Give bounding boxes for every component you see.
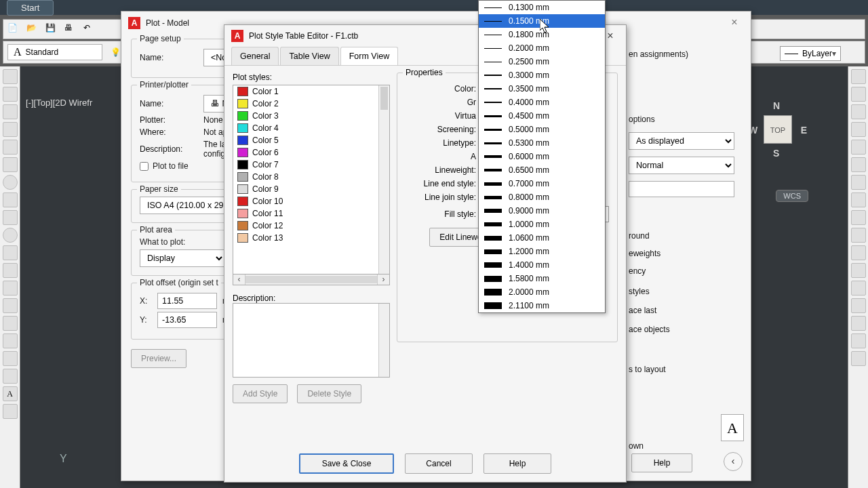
explode-tool-icon[interactable] — [851, 351, 866, 366]
fillet-tool-icon[interactable] — [851, 316, 866, 331]
region-tool-icon[interactable] — [3, 351, 18, 366]
new-icon[interactable]: 📄 — [7, 23, 20, 35]
list-scrollbar[interactable] — [378, 85, 389, 274]
start-button[interactable]: Start — [7, 0, 54, 16]
list-item[interactable]: Color 7 — [233, 159, 389, 171]
shade-plot-combo[interactable]: As displayed — [629, 132, 734, 150]
list-item[interactable]: Color 9 — [233, 183, 389, 195]
lineweight-option[interactable]: 0.4000 mm — [479, 96, 605, 109]
table-tool-icon[interactable] — [3, 369, 18, 384]
lineweight-option[interactable]: 0.1300 mm — [479, 1, 605, 14]
wcs-indicator[interactable]: WCS — [776, 190, 808, 202]
point-tool-icon[interactable] — [3, 298, 18, 313]
break-tool-icon[interactable] — [851, 263, 866, 278]
spline-tool-icon[interactable] — [3, 210, 18, 225]
rotate-tool-icon[interactable] — [851, 175, 866, 190]
lineweight-option[interactable]: 0.4500 mm — [479, 109, 605, 123]
rectangle-tool-icon[interactable] — [3, 140, 18, 155]
chamfer-tool-icon[interactable] — [851, 298, 866, 313]
lineweight-option[interactable]: 0.5300 mm — [479, 136, 605, 150]
lineweight-option[interactable]: 1.4000 mm — [479, 258, 605, 272]
tab-general[interactable]: General — [231, 47, 279, 65]
list-item[interactable]: Color 1 — [233, 85, 389, 98]
blend-tool-icon[interactable] — [851, 333, 866, 348]
xline-tool-icon[interactable] — [3, 87, 18, 102]
description-box[interactable] — [233, 303, 390, 378]
save-icon[interactable]: 💾 — [45, 23, 58, 35]
lineweight-dropdown[interactable]: 0.1300 mm0.1500 mm0.1800 mm0.2000 mm0.25… — [478, 0, 606, 313]
join-tool-icon[interactable] — [851, 281, 866, 296]
lineweight-option[interactable]: 0.2500 mm — [479, 55, 605, 68]
offset-y-input[interactable] — [157, 312, 217, 328]
lineweight-option[interactable]: 0.3500 mm — [479, 82, 605, 96]
text-style-combo[interactable]: A Standard — [7, 44, 102, 60]
array-tool-icon[interactable] — [851, 140, 866, 155]
cancel-button[interactable]: Cancel — [405, 453, 473, 474]
move-tool-icon[interactable] — [851, 157, 866, 172]
list-item[interactable]: Color 6 — [233, 146, 389, 159]
list-item[interactable]: Color 12 — [233, 220, 389, 232]
list-item[interactable]: Color 4 — [233, 122, 389, 134]
list-item[interactable]: Color 3 — [233, 110, 389, 122]
block-tool-icon[interactable] — [3, 281, 18, 296]
list-item[interactable]: Color 2 — [233, 98, 389, 110]
lineweight-option[interactable]: 0.6000 mm — [479, 150, 605, 163]
print-icon[interactable]: 🖶 — [64, 23, 77, 35]
dpi-input[interactable] — [629, 181, 734, 197]
arc-tool-icon[interactable] — [3, 157, 18, 172]
viewcube-e[interactable]: E — [801, 125, 807, 136]
lineweight-option[interactable]: 2.1100 mm — [479, 299, 605, 312]
list-item[interactable]: Color 11 — [233, 207, 389, 220]
linetype-combo[interactable]: ByLayer — [780, 46, 841, 61]
mirror-tool-icon[interactable] — [851, 104, 866, 119]
lineweight-option[interactable]: 1.0000 mm — [479, 218, 605, 231]
save-close-button[interactable]: Save & Close — [299, 453, 394, 474]
viewcube-s[interactable]: S — [773, 148, 779, 159]
list-item[interactable]: Color 13 — [233, 232, 389, 244]
lineweight-option[interactable]: 0.8000 mm — [479, 190, 605, 204]
quality-combo[interactable]: Normal — [629, 157, 734, 174]
list-item[interactable]: Color 10 — [233, 195, 389, 207]
polygon-tool-icon[interactable] — [3, 122, 18, 137]
lineweight-option[interactable]: 0.5000 mm — [479, 123, 605, 136]
lineweight-option[interactable]: 0.7000 mm — [479, 177, 605, 190]
viewcube-top[interactable]: TOP — [764, 115, 792, 144]
line-tool-icon[interactable] — [3, 69, 18, 84]
open-icon[interactable]: 📂 — [26, 23, 39, 35]
offset-x-input[interactable] — [157, 293, 217, 309]
offset-tool-icon[interactable] — [851, 122, 866, 137]
plot-styles-list[interactable]: Color 1Color 2Color 3Color 4Color 5Color… — [233, 85, 390, 274]
expand-button[interactable]: ‹ — [724, 452, 743, 471]
viewport-label[interactable]: [-][Top][2D Wirefr — [26, 98, 92, 108]
copy-tool-icon[interactable] — [851, 87, 866, 102]
ellipsearc-tool-icon[interactable] — [3, 245, 18, 260]
plot-to-file-check[interactable]: Plot to file — [140, 161, 189, 171]
lineweight-option[interactable]: 0.9000 mm — [479, 204, 605, 218]
lineweight-option[interactable]: 0.6500 mm — [479, 163, 605, 177]
lineweight-option[interactable]: 2.0000 mm — [479, 285, 605, 299]
text-tool-icon[interactable]: A — [3, 386, 18, 401]
lineweight-option[interactable]: 0.3000 mm — [479, 68, 605, 82]
ellipse-tool-icon[interactable] — [3, 228, 18, 243]
list-item[interactable]: Color 8 — [233, 171, 389, 183]
undo-icon[interactable]: ↶ — [83, 23, 96, 35]
extend-tool-icon[interactable] — [851, 245, 866, 260]
polyline-tool-icon[interactable] — [3, 104, 18, 119]
trim-tool-icon[interactable] — [851, 228, 866, 243]
preview-button[interactable]: Preview... — [131, 349, 186, 368]
tab-table-view[interactable]: Table View — [280, 47, 338, 65]
modify-tool-icon[interactable] — [851, 69, 866, 84]
lineweight-option[interactable]: 1.5800 mm — [479, 272, 605, 285]
close-icon[interactable]: × — [725, 15, 744, 31]
list-item[interactable]: Color 5 — [233, 134, 389, 146]
circle-tool-icon[interactable] — [3, 175, 18, 190]
lineweight-option[interactable]: 1.2000 mm — [479, 245, 605, 258]
stretch-tool-icon[interactable] — [851, 210, 866, 225]
list-hscroll[interactable]: ‹› — [233, 274, 390, 285]
delete-style-button[interactable]: Delete Style — [297, 384, 361, 403]
viewcube[interactable]: N S W E TOP — [749, 100, 807, 159]
revcloud-tool-icon[interactable] — [3, 192, 18, 207]
viewcube-n[interactable]: N — [773, 100, 780, 111]
insert-tool-icon[interactable] — [3, 263, 18, 278]
hatch-tool-icon[interactable] — [3, 316, 18, 331]
